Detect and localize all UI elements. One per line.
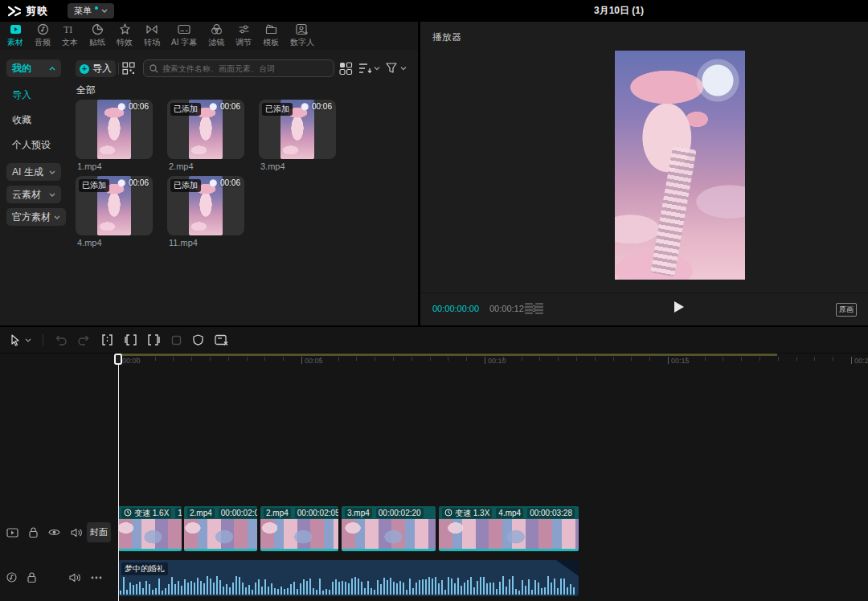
ruler-tick-bar xyxy=(485,357,485,364)
media-card-5[interactable]: 已添加 00:06 xyxy=(167,176,244,235)
timeline-scale-band xyxy=(118,354,777,356)
audio-fade-corner xyxy=(556,560,579,576)
split-button[interactable] xyxy=(101,334,113,345)
select-tool-button[interactable] xyxy=(10,334,31,346)
tab-filters[interactable]: 滤镜 xyxy=(203,22,230,50)
clip-name: 4.mp4 xyxy=(496,508,523,518)
timeline-clip-1[interactable]: 变速 1.6X 11.m xyxy=(118,506,182,551)
tab-text[interactable]: TI 文本 xyxy=(56,22,84,50)
clip-duration: 00:00:02:03 xyxy=(219,508,257,518)
media-icon xyxy=(10,23,22,35)
search-bar[interactable] xyxy=(143,59,334,77)
tab-media[interactable]: 素材 xyxy=(2,22,29,50)
timeline-ruler[interactable]: 00:00 00:05 00:10 00:15 00:20 xyxy=(0,354,868,368)
tab-adjust[interactable]: 调节 xyxy=(230,22,257,50)
box-x-icon xyxy=(215,334,228,345)
redo-icon xyxy=(78,335,90,345)
music-note-icon xyxy=(6,572,17,583)
trim-left-button[interactable] xyxy=(125,334,137,345)
duration-badge: 00:06 xyxy=(312,102,332,111)
divider xyxy=(43,334,43,345)
timeline-clip-3[interactable]: 2.mp4 00:00:02:05 xyxy=(260,506,338,551)
play-button[interactable] xyxy=(674,300,685,317)
ruler-tick: 00:05 xyxy=(305,357,323,365)
sidebar-item-cloud-assets[interactable]: 云素材 xyxy=(6,186,61,203)
mute-track-icon[interactable] xyxy=(69,573,80,583)
quality-button[interactable]: 原画 xyxy=(836,303,857,317)
playhead-handle[interactable] xyxy=(114,354,122,365)
sidebar-item-presets[interactable]: 个人预设 xyxy=(12,138,69,152)
clip-edge xyxy=(184,549,257,551)
lock-icon[interactable] xyxy=(27,572,36,583)
qr-import-button[interactable] xyxy=(122,62,135,78)
ruler-tick-bar xyxy=(301,357,302,364)
delete-button[interactable] xyxy=(171,335,182,345)
import-button[interactable]: + 导入 xyxy=(76,60,116,77)
duration-badge: 00:06 xyxy=(129,178,149,187)
filter-button[interactable] xyxy=(386,62,407,78)
tab-effects[interactable]: 特效 xyxy=(111,22,138,50)
tab-templates[interactable]: 模板 xyxy=(257,22,285,50)
ruler-tick: 00:00 xyxy=(122,357,141,365)
sidebar-item-import[interactable]: 导入 xyxy=(12,88,69,102)
tab-audio[interactable]: 音频 xyxy=(29,22,56,50)
timeline-clip-5[interactable]: 变速 1.3X 4.mp4 00:00:03:28 xyxy=(439,506,579,551)
chevron-down-icon xyxy=(54,215,60,219)
trim-right-button[interactable] xyxy=(148,334,160,345)
media-card-4[interactable]: 已添加 00:06 xyxy=(76,176,153,235)
media-card-3[interactable]: 已添加 00:06 xyxy=(259,100,336,159)
section-label-all[interactable]: 全部 xyxy=(76,84,96,97)
menu-label: 菜单 xyxy=(74,5,92,17)
mute-track-icon[interactable] xyxy=(71,528,82,538)
search-input[interactable] xyxy=(162,64,328,73)
audio-icon xyxy=(37,23,49,35)
sidebar-item-ai-generate[interactable]: AI 生成 xyxy=(6,163,61,181)
cover-button[interactable]: 封面 xyxy=(87,522,111,542)
timeline-clip-4[interactable]: 3.mp4 00:00:02:20 xyxy=(342,506,436,551)
capcut-logo-icon xyxy=(8,6,21,17)
clip-filmstrip xyxy=(118,519,182,549)
hide-track-icon[interactable] xyxy=(48,528,60,537)
media-card-1[interactable]: 00:06 xyxy=(76,100,153,159)
redo-button[interactable] xyxy=(78,335,90,345)
frame-preview-icon xyxy=(525,303,543,314)
clip-edge xyxy=(439,549,579,551)
close-captions-button[interactable] xyxy=(215,334,228,345)
tab-sticker[interactable]: 贴纸 xyxy=(84,22,111,50)
sidebar-item-favorites[interactable]: 收藏 xyxy=(12,113,69,127)
speed-badge: 变速 1.3X xyxy=(442,508,492,518)
timeline-clip-2[interactable]: 2.mp4 00:00:02:03 xyxy=(184,506,257,551)
preview-artwork xyxy=(650,146,696,277)
clip-header: 2.mp4 00:00:02:05 xyxy=(260,506,338,519)
mask-button[interactable] xyxy=(193,334,203,345)
sticker-icon xyxy=(92,23,104,35)
media-card-2[interactable]: 已添加 00:06 xyxy=(167,100,244,159)
chevron-down-icon xyxy=(49,170,55,174)
clip-filmstrip xyxy=(439,519,579,549)
chevron-down-icon xyxy=(49,193,55,197)
clip-duration: 00:00:02:05 xyxy=(295,508,338,518)
tab-ai-captions[interactable]: AI 字幕 xyxy=(166,22,203,50)
menu-button[interactable]: 菜单 xyxy=(68,3,114,18)
more-options-icon[interactable] xyxy=(91,576,102,579)
tab-transition[interactable]: 转场 xyxy=(138,22,166,50)
media-panel: 我的 导入 收藏 个人预设 AI 生成 云素材 官方素材 + 导入 xyxy=(0,50,418,325)
audio-clip[interactable]: 梦中的婚礼 xyxy=(118,560,579,596)
sidebar-item-mine[interactable]: 我的 xyxy=(6,59,61,77)
speed-icon xyxy=(444,509,452,517)
timeline-toolbar xyxy=(0,327,868,354)
media-filename: 2.mp4 xyxy=(169,161,194,171)
video-track-icon xyxy=(6,528,18,538)
capcut-window: 剪映 菜单 3月10日 (1) 素材 音频 TI 文本 贴纸 特效 xyxy=(0,0,868,601)
clip-filmstrip xyxy=(260,519,338,549)
duration-badge: 00:06 xyxy=(220,102,240,111)
duration-badge: 00:06 xyxy=(220,178,240,187)
clip-duration: 00:00:03:28 xyxy=(527,508,575,518)
sort-button[interactable] xyxy=(358,62,379,78)
sidebar-item-official-assets[interactable]: 官方素材 xyxy=(6,208,66,226)
lock-icon[interactable] xyxy=(29,527,38,538)
media-filename: 11.mp4 xyxy=(169,238,198,247)
grid-view-button[interactable] xyxy=(339,62,352,78)
tab-digital-human[interactable]: 数字人 xyxy=(285,22,320,50)
undo-button[interactable] xyxy=(55,335,67,345)
